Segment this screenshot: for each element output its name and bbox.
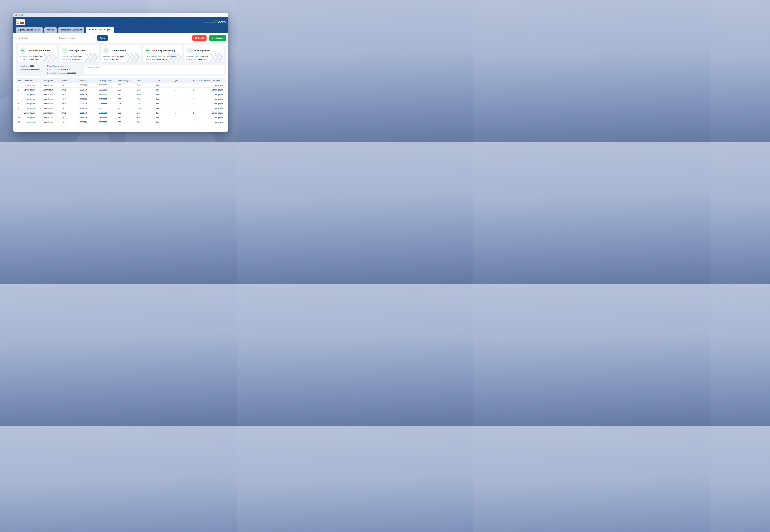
- table-row[interactable]: 5 Lorum Ipsum Lorum Ipsum 2012 9898776 9…: [16, 101, 226, 106]
- table-row[interactable]: 13 Lorum Ipsum Lorum Ipsum 2012 9898776 …: [16, 120, 226, 125]
- cell-item: 4: [16, 97, 22, 101]
- cell-description-1: Lorum Ipsum: [22, 120, 41, 125]
- cell-qty: 1: [173, 97, 192, 101]
- column-header-service-tag: Service Tag #: [116, 78, 135, 83]
- status-card-ocp-approved: OCP Approved Approved Date: 102/03/2022 …: [184, 45, 224, 62]
- cell-item: 1: [16, 83, 22, 88]
- dc-flag-bar: [20, 22, 24, 23]
- cell-description-1: Lorum Ipsum: [22, 106, 41, 111]
- table-row[interactable]: 7 Lorum Ipsum Lorum Ipsum 2012 9898776 9…: [16, 111, 226, 115]
- cell-color-2: Blue: [154, 92, 173, 97]
- cell-color-1: Blue: [135, 115, 154, 120]
- table-row[interactable]: 12 Lorum Ipsum Lorum Ipsum 2012 9898776 …: [16, 115, 226, 120]
- delivery-date-field: Delivery Date Estimated: 02/09/2022: [47, 72, 81, 74]
- department-field: Department: 02/09/2022: [20, 69, 43, 71]
- cell-description-2: Lorum Ipsum: [41, 115, 60, 120]
- approve-button[interactable]: Approve: [209, 35, 226, 41]
- cell-item: 12: [16, 115, 22, 120]
- apply-button[interactable]: Apply: [97, 35, 108, 41]
- status-field: Received Date: 102/03/2022: [103, 56, 138, 57]
- pickup-address-field: Pickup Address: 1989: [47, 65, 81, 67]
- table-body: 1 Lorum Ipsum Lorum Ipsum 2012 9898776 9…: [16, 83, 226, 125]
- cell-description-1: Lorum Ipsum: [22, 88, 41, 92]
- cell-description-2: Lorum Ipsum: [41, 83, 60, 88]
- cell-model: 2012: [60, 115, 78, 120]
- table-row[interactable]: 2 Lorum Ipsum Lorum Ipsum 2012 9898776 9…: [16, 88, 226, 92]
- cell-serial: 9898776: [78, 106, 97, 111]
- status-field: Submitted Date: 102/02/2022: [20, 56, 55, 57]
- document-status-panel: Document Submitted Submitted Date: 102/0…: [16, 43, 226, 76]
- cell-color-2: Blue: [154, 83, 173, 88]
- tab-agency-department-info[interactable]: Agency Department Info: [16, 27, 43, 33]
- cell-description-1: Lorum Ipsum: [22, 97, 41, 101]
- cell-item: 2: [16, 88, 22, 92]
- column-header-est-unit-acquisition: Est Unit Acquisition*: [191, 78, 210, 83]
- cell-est-unit-acquisition: 1: [191, 111, 210, 115]
- cell-description-2: Lorum Ipsum: [41, 106, 60, 111]
- cell-description-1: Lorum Ipsum: [22, 115, 41, 120]
- cell-dc-prop-po: 98665555: [97, 111, 116, 115]
- tab-computer-it-auto-parts[interactable]: Computer/IT/Auto Parts: [58, 27, 84, 33]
- status-card-inventory-processing: Inventory Processing OCP Processing Star…: [143, 45, 182, 62]
- cell-model: 2012: [60, 88, 78, 92]
- cell-comments: Lorum Ipsum: [210, 120, 226, 125]
- double-check-icon: [186, 47, 192, 54]
- cell-service-tag: 986: [116, 106, 135, 111]
- pda-status-select[interactable]: PDA Status: [16, 35, 57, 41]
- octo-brand-text: octo: [218, 20, 226, 24]
- cell-service-tag: 986: [116, 111, 135, 115]
- cell-model: 2012: [60, 106, 78, 111]
- table-row[interactable]: 1 Lorum Ipsum Lorum Ipsum 2012 9898776 9…: [16, 83, 226, 88]
- cell-serial: 9898776: [78, 111, 97, 115]
- check-icon: [212, 37, 214, 39]
- cell-qty: 1: [173, 115, 192, 120]
- cell-color-2: Blue: [154, 111, 173, 115]
- cell-est-unit-acquisition: 1: [191, 97, 210, 101]
- special-notes-input[interactable]: [85, 64, 224, 74]
- filter-group: PDA Status Document Number: [16, 35, 98, 41]
- cell-comments: Lorum Ipsum: [210, 83, 226, 88]
- chevron-down-icon: [53, 37, 55, 39]
- status-card-apo-approved: APO Approved Approval Date: 102/03/2022 …: [59, 45, 99, 62]
- minimize-window-button[interactable]: [18, 14, 20, 16]
- cell-comments: Lorum Ipsum: [210, 115, 226, 120]
- cell-item: 6: [16, 106, 22, 111]
- cell-item: 13: [16, 120, 22, 125]
- zoom-window-button[interactable]: [21, 14, 23, 16]
- cell-color-1: Blue: [135, 101, 154, 106]
- table-row[interactable]: 4 Lorum Ipsum Lorum Ipsum 2012 9898776 9…: [16, 97, 226, 101]
- cell-description-2: Lorum Ipsum: [41, 101, 60, 106]
- status-field: OCP Processing Start Date: 102/03/2022: [145, 56, 180, 57]
- cell-color-1: Blue: [135, 111, 154, 115]
- status-card-ocp-received: OCP Received Received Date: 102/03/2022 …: [101, 45, 140, 62]
- cell-color-1: Blue: [135, 88, 154, 92]
- app-header: DC .gov ★ ★ ★ powered by: [13, 17, 228, 33]
- cell-qty: 1: [173, 111, 192, 115]
- column-header-description-1: Description: [22, 78, 41, 83]
- cell-description-1: Lorum Ipsum: [22, 83, 41, 88]
- cell-model: 2012: [60, 83, 78, 88]
- double-check-icon: [103, 47, 109, 54]
- cell-dc-prop-po: 98665555: [97, 115, 116, 120]
- cell-qty: 1: [173, 106, 192, 111]
- cell-description-2: Lorum Ipsum: [41, 111, 60, 115]
- cell-color-2: Blue: [154, 101, 173, 106]
- x-icon: [195, 37, 197, 39]
- close-window-button[interactable]: [15, 14, 17, 16]
- cell-est-unit-acquisition: 1: [191, 92, 210, 97]
- dc-gov-text: .gov: [16, 23, 19, 24]
- status-field: Approval Date: 102/03/2022: [61, 56, 97, 57]
- app-window: DC .gov ★ ★ ★ powered by: [13, 13, 228, 132]
- status-card-title: OCP Approved: [194, 49, 210, 52]
- cell-est-unit-acquisition: 1: [191, 83, 210, 88]
- tab-furniture-office-supplies[interactable]: Furniture/Office Supplies: [86, 27, 114, 33]
- tab-vehicles[interactable]: Vehicles: [44, 27, 56, 33]
- cell-color-2: Blue: [154, 97, 173, 101]
- cell-description-2: Lorum Ipsum: [41, 88, 60, 92]
- cell-service-tag: 986: [116, 83, 135, 88]
- table-row[interactable]: 6 Lorum Ipsum Lorum Ipsum 2012 9898776 9…: [16, 106, 226, 111]
- table-row[interactable]: 3 Lorum Ipsum Lorum Ipsum 2012 9898776 9…: [16, 92, 226, 97]
- status-card-title: Document Submitted: [28, 49, 50, 52]
- reject-button[interactable]: Reject: [192, 35, 207, 41]
- document-number-select[interactable]: Document Number: [57, 35, 98, 41]
